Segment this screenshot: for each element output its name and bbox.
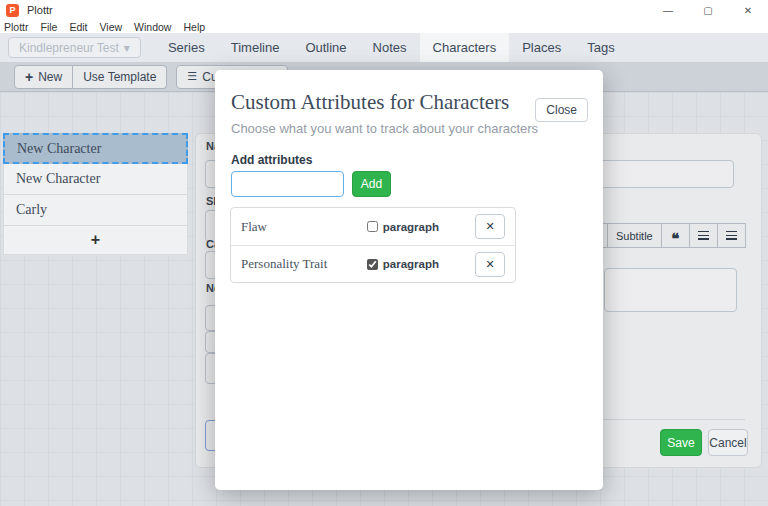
attribute-name-input[interactable] — [231, 171, 344, 197]
tab-places[interactable]: Places — [509, 33, 574, 62]
attribute-row: Personality Trait paragraph ✕ — [231, 245, 515, 282]
add-attribute-button[interactable]: Add — [352, 171, 391, 197]
list-icon: ☰ — [187, 70, 197, 83]
unordered-list-icon — [726, 231, 737, 240]
menu-item-view[interactable]: View — [100, 21, 123, 33]
remove-attribute-button[interactable]: ✕ — [475, 252, 505, 277]
quote-icon: ❝ — [671, 227, 679, 244]
x-icon: ✕ — [485, 258, 494, 271]
remove-attribute-button[interactable]: ✕ — [475, 214, 505, 239]
attribute-name: Personality Trait — [241, 256, 367, 272]
panel-footer-divider — [604, 419, 745, 420]
paragraph-checkbox[interactable] — [367, 221, 378, 232]
notes-textarea[interactable] — [604, 268, 737, 312]
ordered-list-button[interactable] — [690, 223, 718, 248]
subtitle-button[interactable]: Subtitle — [608, 223, 662, 248]
tab-characters[interactable]: Characters — [420, 33, 510, 62]
add-attributes-label: Add attributes — [231, 153, 312, 167]
menu-item-edit[interactable]: Edit — [69, 21, 87, 33]
modal-close-button[interactable]: Close — [535, 98, 588, 122]
tab-tags[interactable]: Tags — [574, 33, 627, 62]
minimize-icon[interactable]: — — [648, 0, 688, 20]
tab-outline[interactable]: Outline — [292, 33, 359, 62]
x-icon: ✕ — [485, 220, 494, 233]
close-icon[interactable]: ✕ — [728, 0, 768, 20]
paragraph-label: paragraph — [383, 258, 439, 270]
use-template-button[interactable]: Use Template — [73, 65, 167, 89]
blockquote-button[interactable]: ❝ — [662, 223, 690, 248]
modal-title: Custom Attributes for Characters — [231, 90, 509, 115]
attribute-row: Flaw paragraph ✕ — [231, 208, 515, 245]
unordered-list-button[interactable] — [718, 223, 746, 248]
menu-item-plottr[interactable]: Plottr — [4, 21, 29, 33]
attribute-name: Flaw — [241, 219, 367, 235]
titlebar: P Plottr — ▢ ✕ — [0, 0, 768, 20]
plottr-app-icon: P — [6, 4, 19, 17]
window-controls: — ▢ ✕ — [648, 0, 768, 20]
new-button-label: New — [38, 70, 62, 84]
menu-item-file[interactable]: File — [41, 21, 58, 33]
plus-icon: + — [25, 69, 33, 85]
tab-series[interactable]: Series — [155, 33, 218, 62]
save-button[interactable]: Save — [660, 429, 702, 456]
character-list-item[interactable]: New Character — [3, 164, 188, 195]
character-list-item-selected[interactable]: New Character — [3, 133, 188, 164]
chevron-down-icon: ▾ — [124, 41, 130, 55]
tab-notes[interactable]: Notes — [360, 33, 420, 62]
menubar: Plottr File Edit View Window Help — [0, 20, 768, 33]
tab-timeline[interactable]: Timeline — [218, 33, 293, 62]
use-template-label: Use Template — [83, 70, 156, 84]
menu-item-help[interactable]: Help — [183, 21, 205, 33]
menu-item-window[interactable]: Window — [134, 21, 171, 33]
paragraph-checkbox[interactable] — [367, 259, 378, 270]
modal-subtitle: Choose what you want to track about your… — [231, 121, 538, 136]
attribute-list: Flaw paragraph ✕ Personality Trait parag… — [230, 207, 516, 283]
cancel-button[interactable]: Cancel — [708, 429, 748, 456]
add-character-button[interactable]: + — [3, 226, 188, 255]
ordered-list-icon — [698, 231, 709, 240]
character-list-item[interactable]: Carly — [3, 195, 188, 226]
project-selector-label: Kindlepreneur Test — [19, 41, 119, 55]
maximize-icon[interactable]: ▢ — [688, 0, 728, 20]
new-character-button[interactable]: + New — [14, 65, 73, 89]
character-list: New Character New Character Carly + — [3, 133, 188, 255]
custom-attributes-modal: Custom Attributes for Characters Close C… — [215, 70, 603, 490]
nav-tabs-bar: Kindlepreneur Test ▾ Series Timeline Out… — [0, 33, 768, 62]
paragraph-label: paragraph — [383, 221, 439, 233]
window-title: Plottr — [27, 4, 53, 16]
project-selector-button[interactable]: Kindlepreneur Test ▾ — [8, 37, 141, 58]
